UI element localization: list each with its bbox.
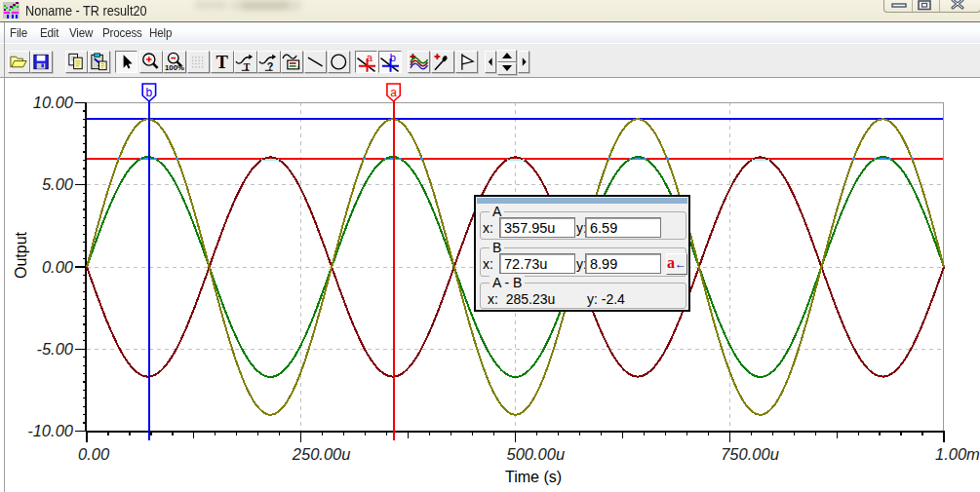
svg-text:750.00u: 750.00u: [721, 445, 779, 463]
svg-text:b: b: [390, 53, 396, 64]
svg-text:Time (s): Time (s): [505, 469, 562, 485]
svg-text:1.00m: 1.00m: [935, 445, 980, 463]
svg-text:250.00u: 250.00u: [292, 445, 351, 463]
svg-text:10.00: 10.00: [33, 94, 74, 111]
svg-text:-5.00: -5.00: [36, 340, 73, 358]
svg-text:Output: Output: [13, 231, 29, 279]
svg-text:500.00u: 500.00u: [507, 445, 566, 463]
svg-text:-10.00: -10.00: [27, 422, 74, 439]
svg-text:a: a: [390, 86, 397, 99]
svg-text:a: a: [366, 53, 372, 64]
svg-text:100%: 100%: [165, 63, 184, 72]
svg-text:0.00: 0.00: [78, 445, 110, 463]
svg-text:T: T: [216, 52, 229, 72]
svg-text:0.00: 0.00: [42, 258, 74, 276]
svg-text:b: b: [146, 86, 153, 99]
svg-text:5.00: 5.00: [42, 175, 74, 193]
